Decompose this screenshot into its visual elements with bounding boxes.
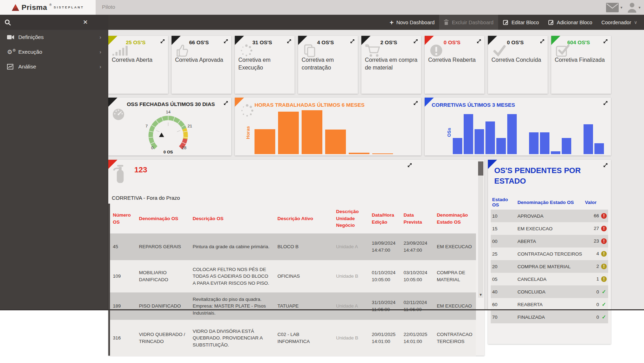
kpi-label: Corretiva Aprovada <box>175 56 229 64</box>
column-header[interactable]: Descrição OS <box>190 204 275 233</box>
expand-icon[interactable] <box>603 39 608 44</box>
column-header[interactable]: Denominação Estado OS <box>434 204 476 233</box>
kpi-card-corretiva-aberta[interactable]: 25 OS'S Corretiva Aberta <box>108 36 168 94</box>
close-icon[interactable]: ✕ <box>83 19 88 26</box>
expand-icon[interactable] <box>476 39 482 44</box>
column-header[interactable]: Data/Hora Edição <box>369 204 401 233</box>
y-axis-label: Horas <box>245 126 251 139</box>
scrollbar-down-arrow[interactable]: ▼ <box>478 292 483 298</box>
expand-icon[interactable] <box>160 39 165 44</box>
editar-bloco-label: Editar Bloco <box>511 20 539 25</box>
status-badge: ! <box>601 276 607 282</box>
user-menu[interactable]: ▾ <box>627 2 640 13</box>
excluir-dashboard-button[interactable]: Excluir Dashboard <box>439 15 498 30</box>
check-square-icon <box>555 44 571 58</box>
kpi-label: Corretiva Reaberta <box>428 56 482 64</box>
table-row[interactable]: 40CONCLUIDA0✓ <box>491 285 608 298</box>
scrollbar-track[interactable] <box>478 161 483 298</box>
column-header[interactable]: Denominação OS <box>136 204 190 233</box>
chart-card-corretivas[interactable]: CORRETIVAS ÚLTIMOS 3 MESES OSs <box>425 98 611 156</box>
gauge-chart: 14 7 21 0 28 0 OS <box>130 105 206 154</box>
expand-icon[interactable] <box>223 39 228 44</box>
novo-dashboard-label: Novo Dashboard <box>397 20 435 25</box>
mail-menu[interactable]: ▾ <box>606 3 623 12</box>
expand-icon[interactable] <box>603 163 608 168</box>
table-row[interactable]: 00ABERTA23! <box>491 235 608 248</box>
pending-table: Estado OS Denominação Estado OS Valor 10… <box>491 195 608 323</box>
kpi-card-corretiva-finalizada[interactable]: 604 OS'S Corretiva Finalizada <box>551 36 611 94</box>
bar <box>278 112 299 154</box>
sidebar-item-execucao[interactable]: ⚙⚙ Execução › <box>0 45 108 59</box>
tab-piloto[interactable]: Piloto <box>102 4 115 10</box>
bar <box>453 138 462 154</box>
bar <box>551 151 560 154</box>
expand-icon[interactable] <box>413 100 418 106</box>
sidebar-item-analise[interactable]: Análise › <box>0 59 108 74</box>
table-row[interactable]: 20COMPRA DE MATERIAL2! <box>491 260 608 273</box>
chart-card-horas-trabalhadas[interactable]: HORAS TRABALHADAS ÚLTIMOS 6 MESES Horas <box>235 98 421 156</box>
column-header[interactable]: Data Prevista <box>401 204 434 233</box>
chevron-right-icon: › <box>99 49 101 55</box>
kpi-card-corretiva-compra-material[interactable]: 2 OS'S Corretiva em compra de material <box>361 36 421 94</box>
expand-icon[interactable] <box>413 39 418 44</box>
column-header[interactable]: Valor <box>584 195 608 210</box>
column-header[interactable]: Estado OS <box>491 195 516 210</box>
kpi-card-corretiva-aprovada[interactable]: 66 OS'S Corretiva Aprovada <box>172 36 231 94</box>
chevron-down-icon: ▾ <box>620 5 623 10</box>
role-dropdown[interactable]: Coordenador ∨ <box>597 15 642 30</box>
column-header[interactable]: Denominação Estado OS <box>516 195 584 210</box>
thumbs-up-icon <box>175 44 191 58</box>
bar-chart-horas <box>255 110 396 154</box>
table-row[interactable]: 25CONTRATACAO TERCEIROS4! <box>491 248 608 260</box>
table-subtitle: CORRETIVA - Fora do Prazo <box>112 195 180 201</box>
table-row[interactable]: 70FINALIZADA0✓ <box>491 311 608 323</box>
expand-icon[interactable] <box>286 39 292 44</box>
table-row[interactable]: 05CANCELADA1! <box>491 273 608 285</box>
kpi-card-corretiva-reaberta[interactable]: 0 OS'S Corretiva Reaberta <box>425 36 484 94</box>
column-header[interactable]: Descrição Unidade Negócio <box>333 204 369 233</box>
kpi-card-corretiva-em-execucao[interactable]: 31 OS'S Corretiva em Execução <box>235 36 295 94</box>
table-row[interactable]: 109MOBILIARIO DANIFICADOCOLOCAR FELTRO N… <box>110 260 476 292</box>
adicionar-bloco-button[interactable]: Adicionar Bloco <box>543 15 597 30</box>
expand-icon[interactable] <box>407 163 412 168</box>
scrollbar-thumb[interactable] <box>478 161 483 176</box>
chart-title: CORRETIVAS ÚLTIMOS 3 MESES <box>432 102 515 108</box>
search-input[interactable] <box>15 19 105 25</box>
column-header[interactable]: Número OS <box>110 204 136 233</box>
brand-logo: Prisma® SISTEPLANT <box>0 0 96 15</box>
status-badge: ! <box>601 251 607 257</box>
kpi-label: Corretiva Concluída <box>491 56 546 64</box>
status-badge: ✓ <box>601 314 607 320</box>
editar-bloco-button[interactable]: Editar Bloco <box>498 15 543 30</box>
novo-dashboard-button[interactable]: + Novo Dashboard <box>385 15 439 30</box>
cart-icon <box>365 44 381 58</box>
kpi-card-corretiva-concluida[interactable]: 0 OS'S Corretiva Concluída <box>488 36 548 94</box>
table-row[interactable]: 316VIDRO QUEBRADO / TRINCADOVIDRO DA DIV… <box>110 320 476 356</box>
expand-icon[interactable] <box>603 100 608 106</box>
expand-icon[interactable] <box>223 100 228 106</box>
kpi-card-corretiva-em-contratacao[interactable]: 4 OS'S Corretiva em contratação <box>298 36 358 94</box>
sidebar-item-definicoes[interactable]: Definições › <box>0 30 108 45</box>
top-bar: Prisma® SISTEPLANT Piloto ▾ ▾ <box>0 0 644 15</box>
gauge-value: 0 OS <box>163 150 173 154</box>
table-row[interactable]: 15EM EXECUCAO27! <box>491 222 608 235</box>
status-badge: ✓ <box>601 289 607 295</box>
expand-icon[interactable] <box>350 39 355 44</box>
table-row[interactable]: 189PISO DANIFICADORevitalização do piso … <box>110 292 476 320</box>
table-row[interactable]: 60REABERTA0✓ <box>491 298 608 311</box>
trash-icon <box>444 19 449 25</box>
column-header[interactable]: Descrição Ativo <box>275 204 333 233</box>
expand-icon[interactable] <box>540 39 545 44</box>
gauge-card-oss-fechadas[interactable]: OSS FECHADAS ÚLTIMOS 30 DIAS 14 7 21 0 2… <box>108 98 231 156</box>
gauge-tick-label: 14 <box>166 110 171 114</box>
chart-title: HORAS TRABALHADAS ÚLTIMOS 6 MESES <box>255 102 365 108</box>
excluir-dashboard-label: Excluir Dashboard <box>452 20 493 25</box>
adicionar-bloco-label: Adicionar Bloco <box>557 20 592 25</box>
os-table: Número OS Denominação OS Descrição OS De… <box>110 204 476 356</box>
table-row[interactable]: 45REPAROS GERAISPintura da grade da cabi… <box>110 233 476 260</box>
card-oss-pendentes: OS'S PENDENTES POR ESTADO Estado OS Deno… <box>488 160 611 344</box>
table-row[interactable]: 10APROVADA66! <box>491 210 608 222</box>
kpi-label: Corretiva em compra de material <box>365 56 419 71</box>
alert-count-badge: 123 <box>134 165 147 174</box>
bar <box>372 153 393 154</box>
